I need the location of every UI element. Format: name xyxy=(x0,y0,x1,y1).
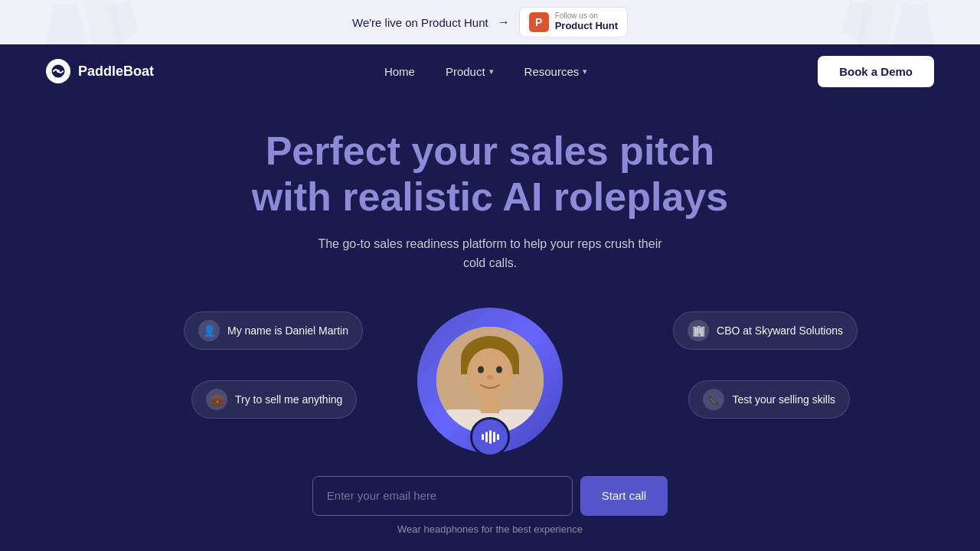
logo-icon xyxy=(46,59,70,83)
mic-icon xyxy=(482,430,499,444)
email-input[interactable] xyxy=(312,476,573,516)
svg-marker-0 xyxy=(46,4,88,44)
banner-deco-left xyxy=(46,0,138,44)
ph-follow-label: Follow us on xyxy=(555,12,618,20)
nav-home[interactable]: Home xyxy=(384,65,415,78)
resources-chevron: ▾ xyxy=(583,67,587,77)
svg-point-11 xyxy=(467,348,513,400)
book-demo-button[interactable]: Book a Demo xyxy=(818,56,934,87)
banner-text: We're live on Product Hunt xyxy=(352,16,488,29)
card-cbo: 🏢 CBO at Skyward Solutions xyxy=(673,311,858,350)
logo[interactable]: PaddleBoat xyxy=(46,59,154,83)
card-name: 👤 My name is Daniel Martin xyxy=(184,311,363,350)
interactive-area: 👤 My name is Daniel Martin 💼 Try to sell… xyxy=(0,296,980,465)
logo-text: PaddleBoat xyxy=(78,64,154,80)
ph-name-label: Product Hunt xyxy=(555,20,618,33)
logo-svg xyxy=(51,64,66,79)
mic-button[interactable] xyxy=(470,417,510,457)
nav-product[interactable]: Product ▾ xyxy=(446,65,494,78)
svg-point-7 xyxy=(57,70,60,73)
product-chevron: ▾ xyxy=(489,67,494,77)
headphone-note: Wear headphones for the best experience xyxy=(397,523,583,535)
hero-title: Perfect your sales pitch with realistic … xyxy=(252,129,728,220)
email-section: Start call Wear headphones for the best … xyxy=(312,476,668,535)
ph-text-block: Follow us on Product Hunt xyxy=(555,12,618,33)
svg-point-14 xyxy=(487,375,493,380)
svg-point-12 xyxy=(478,366,484,373)
nav-links: Home Product ▾ Resources ▾ xyxy=(384,65,587,78)
navbar: PaddleBoat Home Product ▾ Resources ▾ Bo… xyxy=(0,44,980,98)
ph-logo-letter: P xyxy=(529,12,549,32)
start-call-button[interactable]: Start call xyxy=(580,476,668,516)
hero-section: Perfect your sales pitch with realistic … xyxy=(0,98,980,551)
svg-point-13 xyxy=(496,366,502,373)
card-cbo-icon: 🏢 xyxy=(688,320,709,341)
svg-rect-18 xyxy=(481,398,499,413)
email-row: Start call xyxy=(312,476,668,516)
card-skills: 📞 Test your selling skills xyxy=(688,380,850,419)
card-name-icon: 👤 xyxy=(198,320,220,341)
hero-subtitle: The go-to sales readiness platform to he… xyxy=(306,234,674,273)
nav-resources[interactable]: Resources ▾ xyxy=(524,65,588,78)
card-skills-icon: 📞 xyxy=(703,389,724,410)
product-hunt-badge[interactable]: P Follow us on Product Hunt xyxy=(519,7,628,38)
svg-marker-3 xyxy=(892,4,934,44)
top-banner: We're live on Product Hunt → P Follow us… xyxy=(0,0,980,44)
banner-deco-right xyxy=(842,0,934,44)
card-sell-icon: 💼 xyxy=(206,389,227,410)
avatar-container xyxy=(417,308,563,453)
banner-arrow: → xyxy=(498,15,510,29)
card-sell: 💼 Try to sell me anything xyxy=(191,380,357,419)
